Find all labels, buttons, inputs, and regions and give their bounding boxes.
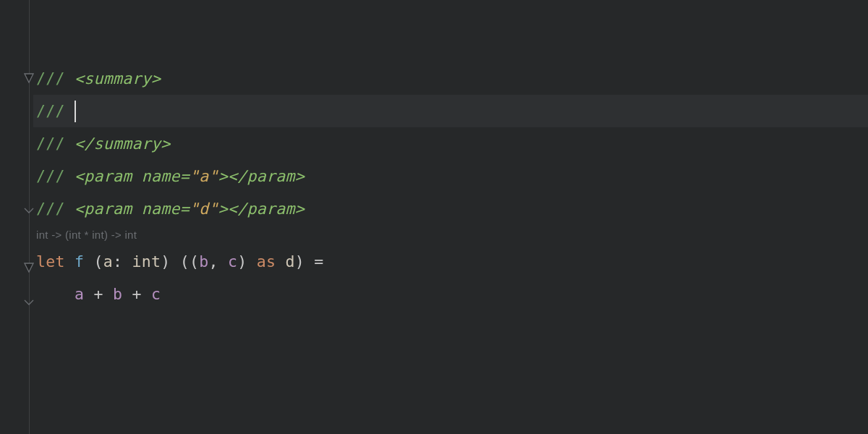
code-line[interactable]: a + b + c — [33, 278, 868, 310]
xml-tag: </param> — [228, 167, 305, 185]
code-line[interactable]: let f (a: int) ((b, c) as d) = — [33, 245, 868, 278]
xml-tag: <param — [75, 167, 132, 185]
function-name: f — [75, 252, 84, 271]
text-caret — [75, 101, 76, 122]
doc-comment-slash: /// — [36, 167, 65, 185]
code-area[interactable]: /// <summary> /// /// </summary> /// <pa… — [33, 0, 868, 434]
fold-guide-line — [29, 0, 30, 434]
gutter — [0, 0, 33, 434]
xml-tag: <summary> — [75, 69, 161, 88]
plus-op: + — [132, 285, 141, 303]
keyword-as: as — [257, 252, 276, 271]
code-editor[interactable]: /// <summary> /// /// </summary> /// <pa… — [0, 0, 868, 434]
type-name: int — [132, 252, 161, 271]
doc-comment-slash: /// — [36, 102, 65, 120]
code-line[interactable]: /// <param name="d"></param> — [33, 192, 868, 225]
xml-tag-close: > — [218, 167, 228, 185]
identifier: d — [285, 252, 294, 271]
xml-attr-value: "d" — [190, 200, 218, 218]
fold-marker-icon[interactable] — [24, 73, 34, 83]
keyword-let: let — [36, 252, 65, 271]
xml-attr-name: name — [142, 167, 180, 185]
identifier: c — [228, 252, 237, 271]
param-name: a — [103, 252, 113, 271]
xml-tag: <param — [75, 200, 132, 218]
doc-comment-slash: /// — [36, 69, 65, 88]
xml-attr-value: "a" — [190, 167, 218, 185]
inlay-hint: int -> (int * int) -> int — [33, 225, 868, 245]
blank-region — [33, 0, 868, 62]
fold-end-icon — [24, 295, 34, 305]
xml-tag: </param> — [228, 200, 305, 218]
code-line-current[interactable]: /// — [33, 95, 868, 127]
plus-op: + — [93, 285, 103, 303]
identifier: b — [199, 252, 208, 271]
equals-op: = — [314, 252, 323, 271]
code-line[interactable]: /// <param name="a"></param> — [33, 160, 868, 192]
fold-end-icon — [24, 203, 34, 213]
identifier: c — [151, 285, 161, 303]
identifier: a — [75, 285, 84, 303]
code-line[interactable]: /// </summary> — [33, 127, 868, 160]
doc-comment-slash: /// — [36, 200, 65, 218]
comma: , — [208, 252, 218, 271]
doc-comment-slash: /// — [36, 135, 65, 153]
colon: : — [113, 252, 122, 271]
code-line[interactable]: /// <summary> — [33, 62, 868, 95]
identifier: b — [113, 285, 122, 303]
xml-tag-close: > — [218, 200, 228, 218]
fold-marker-icon[interactable] — [24, 263, 34, 273]
xml-tag: </summary> — [75, 135, 170, 153]
xml-attr-name: name — [142, 200, 180, 218]
